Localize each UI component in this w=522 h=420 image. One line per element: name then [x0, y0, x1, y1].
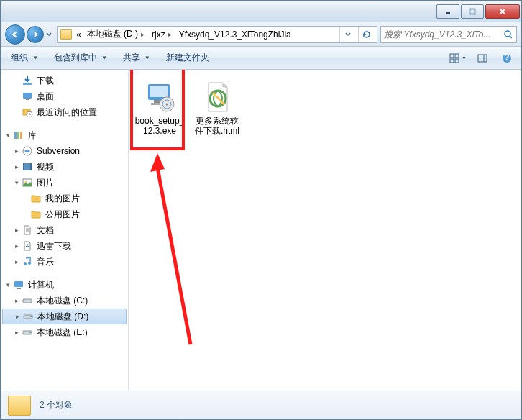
- tree-pictures[interactable]: ▾图片: [1, 175, 128, 191]
- tree-xunlei[interactable]: ▸迅雷下载: [1, 238, 128, 254]
- file-item-exe[interactable]: book_setup_12.3.exe: [133, 77, 186, 139]
- drive-icon: [21, 327, 34, 338]
- close-button[interactable]: [485, 4, 520, 19]
- subversion-icon: [21, 145, 34, 157]
- expand-icon[interactable]: ▸: [12, 163, 21, 170]
- tree-label: Subversion: [37, 146, 80, 156]
- svg-point-36: [29, 301, 31, 302]
- toolbar-label: 新建文件夹: [166, 52, 209, 64]
- svg-point-4: [505, 31, 510, 37]
- tree-desktop[interactable]: 桌面: [1, 88, 128, 104]
- music-icon: [21, 256, 34, 268]
- tree-my-pictures[interactable]: 我的图片: [1, 191, 128, 206]
- expand-icon[interactable]: ▸: [12, 329, 21, 336]
- search-icon: [503, 29, 513, 40]
- document-icon: [21, 224, 34, 236]
- expand-icon[interactable]: ▸: [12, 258, 21, 265]
- breadcrumb-prefix[interactable]: «: [75, 29, 83, 40]
- preview-pane-button[interactable]: [474, 50, 491, 66]
- expand-icon[interactable]: ▸: [12, 147, 21, 155]
- collapse-icon[interactable]: ▾: [12, 179, 21, 186]
- svg-rect-6: [450, 54, 454, 58]
- tree-label: 文档: [37, 224, 54, 237]
- tree-label: 图片: [37, 177, 54, 189]
- tree-libraries[interactable]: ▾库: [1, 127, 128, 143]
- breadcrumb-item[interactable]: rjxz▸: [150, 29, 175, 40]
- svg-text:?: ?: [504, 53, 509, 63]
- status-text: 2 个对象: [40, 399, 73, 411]
- svg-point-31: [24, 262, 27, 265]
- download-icon: [21, 75, 34, 86]
- explorer-window: « 本地磁盘 (D:)▸ rjxz▸ Yfxsydq_V12.3_XiTongZ…: [0, 0, 522, 420]
- tree-drive-c[interactable]: ▸本地磁盘 (C:): [1, 293, 128, 309]
- folder-icon: [29, 209, 42, 220]
- svg-rect-9: [455, 59, 459, 63]
- breadcrumb-item[interactable]: 本地磁盘 (D:)▸: [86, 28, 147, 40]
- html-icon: [200, 80, 234, 114]
- help-button[interactable]: ?: [498, 50, 516, 66]
- forward-button[interactable]: [27, 26, 44, 43]
- toolbar-label: 组织: [11, 52, 28, 64]
- file-label: book_setup_12.3.exe: [134, 116, 185, 136]
- tree-drive-d[interactable]: ▸本地磁盘 (D:): [2, 309, 127, 324]
- tree-label: 迅雷下载: [37, 240, 71, 252]
- tree-drive-e[interactable]: ▸本地磁盘 (E:): [1, 324, 128, 340]
- titlebar: [1, 1, 521, 22]
- breadcrumb-item[interactable]: Yfxsydq_V12.3_XiTongZhiJia: [178, 29, 293, 40]
- computer-icon: [12, 279, 25, 291]
- file-list[interactable]: book_setup_12.3.exe 更多系统软件下载.html: [129, 70, 521, 391]
- pictures-icon: [21, 177, 34, 188]
- tree-videos[interactable]: ▸视频: [1, 159, 128, 175]
- tree-label: 我的图片: [45, 193, 80, 205]
- recent-icon: [21, 106, 34, 118]
- tree-label: 下载: [37, 75, 54, 87]
- chevron-down-icon: ▼: [32, 55, 38, 61]
- tree-label: 音乐: [37, 256, 54, 268]
- sidebar: 下载 桌面 最近访问的位置 ▾库 ▸Subversion ▸视频 ▾图片 我的图…: [1, 70, 129, 391]
- expand-icon[interactable]: ▸: [12, 297, 21, 304]
- svg-rect-25: [30, 163, 32, 170]
- address-dropdown[interactable]: [339, 27, 355, 42]
- search-input[interactable]: [384, 29, 503, 40]
- svg-line-49: [157, 168, 191, 344]
- share-menu[interactable]: 共享▼: [119, 50, 155, 66]
- installer-icon: [142, 80, 177, 114]
- collapse-icon[interactable]: ▾: [4, 281, 12, 288]
- include-in-library-menu[interactable]: 包含到库中▼: [50, 50, 111, 66]
- new-folder-button[interactable]: 新建文件夹: [162, 50, 214, 66]
- window-controls: [436, 4, 520, 19]
- chevron-right-icon: ▸: [139, 30, 146, 38]
- tree-downloads[interactable]: 下载: [1, 73, 128, 88]
- search-box[interactable]: [380, 26, 517, 43]
- tree-recent[interactable]: 最近访问的位置: [1, 104, 128, 120]
- organize-menu[interactable]: 组织▼: [6, 50, 42, 66]
- tree-label: 本地磁盘 (C:): [37, 295, 88, 307]
- file-item-html[interactable]: 更多系统软件下载.html: [191, 77, 244, 139]
- address-bar[interactable]: « 本地磁盘 (D:)▸ rjxz▸ Yfxsydq_V12.3_XiTongZ…: [57, 26, 377, 43]
- file-label: 更多系统软件下载.html: [192, 116, 242, 136]
- view-options-button[interactable]: ▼: [449, 50, 467, 66]
- tree-label: 库: [28, 129, 37, 142]
- minimize-button[interactable]: [436, 4, 459, 19]
- back-button[interactable]: [5, 24, 25, 45]
- svg-rect-14: [23, 83, 32, 85]
- tree-label: 计算机: [28, 279, 54, 291]
- expand-icon[interactable]: ▸: [13, 313, 22, 320]
- expand-icon[interactable]: ▸: [12, 227, 21, 234]
- svg-point-47: [166, 104, 168, 106]
- refresh-button[interactable]: [358, 27, 374, 42]
- tree-public-pictures[interactable]: 公用图片: [1, 206, 128, 222]
- maximize-button[interactable]: [461, 4, 484, 19]
- tree-music[interactable]: ▸音乐: [1, 254, 128, 270]
- tree-label: 公用图片: [45, 209, 80, 221]
- history-dropdown[interactable]: [44, 27, 54, 42]
- tree-documents[interactable]: ▸文档: [1, 222, 128, 238]
- expand-icon[interactable]: ▸: [12, 242, 21, 250]
- chevron-down-icon: ▼: [101, 55, 107, 61]
- svg-line-5: [510, 36, 512, 38]
- collapse-icon[interactable]: ▾: [4, 132, 12, 139]
- svg-rect-10: [478, 55, 487, 62]
- folder-icon: [60, 29, 72, 40]
- tree-computer[interactable]: ▾计算机: [1, 277, 128, 293]
- tree-subversion[interactable]: ▸Subversion: [1, 143, 128, 159]
